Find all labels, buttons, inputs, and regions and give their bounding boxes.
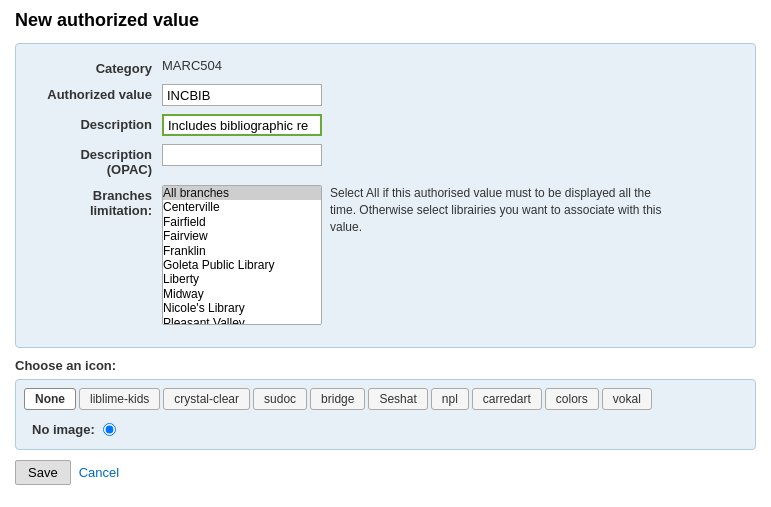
icon-tab-none[interactable]: None — [24, 388, 76, 410]
icon-tab-colors[interactable]: colors — [545, 388, 599, 410]
description-input[interactable] — [162, 114, 322, 136]
bottom-buttons: Save Cancel — [15, 460, 756, 485]
icon-tab-carredart[interactable]: carredart — [472, 388, 542, 410]
authorized-value-input[interactable] — [162, 84, 322, 106]
no-image-row: No image: — [24, 418, 747, 441]
branches-row: Branches limitation: All branchesCenterv… — [32, 185, 739, 325]
description-opac-label: Description (OPAC) — [32, 144, 162, 177]
branches-select[interactable]: All branchesCentervilleFairfieldFairview… — [162, 185, 322, 325]
icon-tab-crystal-clear[interactable]: crystal-clear — [163, 388, 250, 410]
icon-tabs-container: Noneliblime-kidscrystal-clearsudocbridge… — [15, 379, 756, 450]
category-value: MARC504 — [162, 58, 222, 73]
cancel-button[interactable]: Cancel — [79, 465, 119, 480]
save-button[interactable]: Save — [15, 460, 71, 485]
icon-tabs: Noneliblime-kidscrystal-clearsudocbridge… — [24, 388, 747, 410]
category-label: Category — [32, 58, 162, 76]
icon-section-label: Choose an icon: — [15, 358, 756, 373]
icon-tab-vokal[interactable]: vokal — [602, 388, 652, 410]
form-container: Category MARC504 Authorized value Descri… — [15, 43, 756, 348]
icon-section: Choose an icon: Noneliblime-kidscrystal-… — [15, 358, 756, 450]
branches-hint: Select All if this authorised value must… — [330, 185, 680, 235]
authorized-value-row: Authorized value — [32, 84, 739, 106]
no-image-radio[interactable] — [103, 423, 116, 436]
description-opac-row: Description (OPAC) — [32, 144, 739, 177]
authorized-value-label: Authorized value — [32, 84, 162, 102]
icon-tab-seshat[interactable]: Seshat — [368, 388, 427, 410]
description-row: Description — [32, 114, 739, 136]
icon-tab-liblime-kids[interactable]: liblime-kids — [79, 388, 160, 410]
icon-tab-sudoc[interactable]: sudoc — [253, 388, 307, 410]
description-opac-input[interactable] — [162, 144, 322, 166]
icon-tab-npl[interactable]: npl — [431, 388, 469, 410]
category-row: Category MARC504 — [32, 58, 739, 76]
page-title: New authorized value — [15, 10, 756, 31]
icon-tab-bridge[interactable]: bridge — [310, 388, 365, 410]
description-label: Description — [32, 114, 162, 132]
branches-label: Branches limitation: — [32, 185, 162, 218]
no-image-label: No image: — [32, 422, 95, 437]
